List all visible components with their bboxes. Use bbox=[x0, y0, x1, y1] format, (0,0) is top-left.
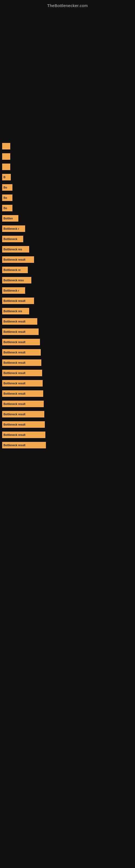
bar-row-14: Bottleneck r bbox=[2, 287, 133, 294]
bar-fill-7: Bottlen bbox=[2, 215, 18, 222]
bar-fill-2 bbox=[2, 163, 10, 170]
bar-fill-8: Bottleneck r bbox=[2, 225, 25, 232]
bar-fill-29: Bottleneck result bbox=[2, 442, 46, 448]
site-title: TheBottlenecker.com bbox=[0, 0, 135, 10]
bar-row-25: Bottleneck result bbox=[2, 401, 133, 407]
bar-row-7: Bottlen bbox=[2, 215, 133, 222]
bar-row-19: Bottleneck result bbox=[2, 339, 133, 345]
bar-row-2 bbox=[2, 163, 133, 170]
bar-row-21: Bottleneck result bbox=[2, 360, 133, 366]
bar-fill-27: Bottleneck result bbox=[2, 421, 45, 428]
bar-row-17: Bottleneck result bbox=[2, 318, 133, 325]
bar-fill-12: Bottleneck re bbox=[2, 267, 28, 273]
bar-row-1 bbox=[2, 153, 133, 160]
bar-row-15: Bottleneck result bbox=[2, 298, 133, 304]
bar-fill-6: Bo bbox=[2, 205, 12, 211]
bar-fill-9: Bottleneck bbox=[2, 236, 23, 242]
bar-fill-26: Bottleneck result bbox=[2, 411, 44, 417]
bar-row-8: Bottleneck r bbox=[2, 225, 133, 232]
bar-fill-16: Bottleneck res bbox=[2, 308, 29, 314]
bar-row-0 bbox=[2, 143, 133, 150]
bar-fill-17: Bottleneck result bbox=[2, 318, 37, 325]
bar-fill-14: Bottleneck r bbox=[2, 287, 25, 294]
bar-fill-1 bbox=[2, 153, 10, 160]
bar-row-16: Bottleneck res bbox=[2, 308, 133, 314]
bar-row-12: Bottleneck re bbox=[2, 267, 133, 273]
bar-row-29: Bottleneck result bbox=[2, 442, 133, 448]
bar-row-20: Bottleneck result bbox=[2, 349, 133, 355]
bar-fill-23: Bottleneck result bbox=[2, 380, 43, 386]
bar-fill-25: Bottleneck result bbox=[2, 401, 44, 407]
bar-row-18: Bottleneck result bbox=[2, 329, 133, 335]
bar-row-27: Bottleneck result bbox=[2, 421, 133, 428]
bar-row-13: Bottleneck resu bbox=[2, 277, 133, 283]
bar-fill-24: Bottleneck result bbox=[2, 390, 43, 397]
bar-row-6: Bo bbox=[2, 205, 133, 211]
bar-fill-22: Bottleneck result bbox=[2, 370, 42, 376]
bar-fill-13: Bottleneck resu bbox=[2, 277, 31, 283]
bar-row-23: Bottleneck result bbox=[2, 380, 133, 386]
bar-fill-18: Bottleneck result bbox=[2, 329, 39, 335]
bar-row-5: Bo bbox=[2, 194, 133, 201]
bar-fill-5: Bo bbox=[2, 194, 12, 201]
bar-fill-15: Bottleneck result bbox=[2, 298, 34, 304]
bar-fill-3: B bbox=[2, 174, 11, 180]
bar-fill-10: Bottleneck res bbox=[2, 246, 29, 252]
bar-row-22: Bottleneck result bbox=[2, 370, 133, 376]
bar-row-3: B bbox=[2, 174, 133, 180]
bar-fill-4: Bo bbox=[2, 184, 12, 191]
bar-row-11: Bottleneck result bbox=[2, 256, 133, 263]
bar-row-4: Bo bbox=[2, 184, 133, 191]
chart-area bbox=[0, 10, 135, 140]
bar-fill-0 bbox=[2, 143, 10, 150]
bar-row-9: Bottleneck bbox=[2, 236, 133, 242]
bar-fill-20: Bottleneck result bbox=[2, 349, 41, 355]
bar-fill-21: Bottleneck result bbox=[2, 360, 41, 366]
bar-fill-19: Bottleneck result bbox=[2, 339, 40, 345]
bar-row-10: Bottleneck res bbox=[2, 246, 133, 252]
bar-row-24: Bottleneck result bbox=[2, 390, 133, 397]
bar-row-28: Bottleneck result bbox=[2, 432, 133, 438]
bar-row-26: Bottleneck result bbox=[2, 411, 133, 417]
bar-fill-11: Bottleneck result bbox=[2, 256, 34, 263]
bar-section: BBoBoBoBottlenBottleneck rBottleneckBott… bbox=[0, 143, 135, 448]
bar-fill-28: Bottleneck result bbox=[2, 432, 45, 438]
